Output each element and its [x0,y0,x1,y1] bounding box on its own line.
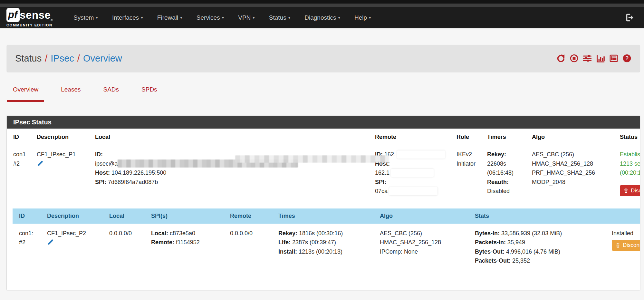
logo-tagline: COMMUNITY EDITION [6,23,53,27]
breadcrumb-link-ipsec[interactable]: IPsec [51,53,74,64]
breadcrumb-separator: / [77,53,80,64]
cell-id: con1 #2 [7,145,34,204]
chevron-down-icon: ▾ [369,15,371,20]
nav-item-help[interactable]: Help▾ [347,11,378,24]
col-header-status: Status [617,129,640,145]
breadcrumb-section: Status [15,53,42,64]
cell-status: Established 1213 seconds (00:20:13) Disc… [617,145,640,204]
nav-item-status[interactable]: Status▾ [262,11,297,24]
sign-out-icon[interactable] [625,13,634,22]
table-row: con1 #2 CF1_IPsec_P1 ID: ipsec@a Host: 1… [7,145,640,204]
status-established: Established [620,150,640,159]
cell-times: Rekey: 1816s (00:30:16) Life: 2387s (00:… [275,224,377,278]
cell-timers: Rekey: 22608s (06:16:48) Reauth: Disable… [484,145,529,204]
disconnect-button[interactable]: Disconnect [620,185,640,196]
chevron-down-icon: ▾ [338,15,340,20]
cell-description: CF1_IPsec_P2 [44,224,106,278]
breadcrumb-separator: / [45,53,47,64]
bar-chart-icon[interactable] [596,54,605,63]
col-header-id: ID [13,208,44,224]
refresh-icon[interactable] [556,54,565,63]
nav-item-vpn[interactable]: VPN▾ [231,11,262,24]
cell-spis: Local: c873e5a0 Remote: f1154952 [148,224,227,278]
help-icon[interactable]: ? [622,54,631,63]
col-header-description: Description [34,129,92,145]
cell-description: CF1_IPsec_P1 [34,145,92,204]
cell-remote: ID: 162. Host: 162.1 SPI: 07ca [372,145,453,204]
col-header-timers: Timers [484,129,529,145]
cell-local: ID: ipsec@a Host: 104.189.226.195:500 SP… [92,145,372,204]
breadcrumb-bar: Status / IPsec / Overview [7,45,640,72]
stop-icon[interactable] [570,54,579,63]
sliders-icon[interactable] [583,54,592,63]
col-header-description: Description [44,208,106,224]
cell-local: 0.0.0.0/0 [106,224,148,278]
breadcrumb-link-overview[interactable]: Overview [83,53,122,64]
logo-registered-mark: ® [51,19,53,22]
chevron-down-icon: ▾ [96,15,98,20]
cell-id: con1: #2 [13,224,44,278]
redacted-text [391,169,434,177]
ipsec-subnav-tabs: Overview Leases SADs SPDs [7,86,644,102]
chevron-down-icon: ▾ [180,15,182,20]
nav-item-diagnostics[interactable]: Diagnostics▾ [297,11,347,24]
active-tab-underline [7,100,44,102]
edit-icon[interactable] [47,239,54,248]
svg-text:?: ? [625,55,629,62]
col-header-role: Role [453,129,484,145]
tab-sads[interactable]: SADs [97,86,125,102]
nav-menu: System▾ Interfaces▾ Firewall▾ Services▾ … [66,11,378,24]
col-header-local: Local [106,208,148,224]
trash-icon [615,243,620,248]
col-header-times: Times [275,208,377,224]
nav-item-services[interactable]: Services▾ [189,11,231,24]
logo-pf-box: pf [6,8,20,22]
tab-leases[interactable]: Leases [55,86,86,102]
list-icon[interactable] [609,54,618,63]
top-navbar: pf sense ® COMMUNITY EDITION System▾ Int… [0,7,644,28]
ike-table-header-row: ID Description Local Remote Role Timers … [7,129,640,145]
table-row: con1: #2 CF1_IPsec_P2 0.0.0.0/0 Local: c… [13,224,640,278]
page-action-icons: ? [556,54,631,63]
window-top-strip [0,0,644,4]
col-header-algo: Algo [377,208,472,224]
cell-algo: AES_CBC (256) HMAC_SHA2_256_128 PRF_HMAC… [529,145,617,204]
redacted-text [389,187,437,195]
chevron-down-icon: ▾ [222,15,224,20]
chevron-down-icon: ▾ [288,15,291,20]
ike-sa-table: ID Description Local Remote Role Timers … [7,129,640,204]
tab-spds[interactable]: SPDs [136,86,163,102]
edit-icon[interactable] [37,160,43,170]
ipsec-status-panel: IPsec Status ID Description Local Remote… [7,116,640,290]
col-header-remote: Remote [227,208,275,224]
nav-item-interfaces[interactable]: Interfaces▾ [105,11,150,24]
panel-title: IPsec Status [7,116,640,129]
col-header-status-blank [609,208,640,224]
breadcrumb: Status / IPsec / Overview [15,53,122,64]
window-top-divider [0,4,644,7]
nav-item-system[interactable]: System▾ [66,11,105,24]
redacted-text [235,155,389,163]
col-header-remote: Remote [372,129,453,145]
status-installed: Installed [612,229,640,238]
col-header-algo: Algo [529,129,617,145]
cell-stats: Bytes-In: 33,586,939 (32.03 MiB) Packets… [472,224,609,278]
col-header-stats: Stats [472,208,609,224]
logo-sense-text: sense [20,10,51,20]
trash-icon [623,188,629,193]
pfsense-logo[interactable]: pf sense ® COMMUNITY EDITION [6,8,53,27]
nav-item-firewall[interactable]: Firewall▾ [150,11,189,24]
child-sa-section: ID Description Local SPI(s) Remote Times… [13,208,640,278]
col-header-local: Local [92,129,372,145]
col-header-id: ID [7,129,34,145]
tab-overview[interactable]: Overview [7,86,44,102]
child-sa-header-row: ID Description Local SPI(s) Remote Times… [13,208,640,224]
disconnect-button[interactable]: Disconnect [612,240,640,251]
col-header-spis: SPI(s) [148,208,227,224]
cell-algo: AES_CBC (256) HMAC_SHA2_256_128 IPComp: … [377,224,472,278]
chevron-down-icon: ▾ [141,15,143,20]
cell-role: IKEv2 Initiator [453,145,484,204]
cell-remote: 0.0.0.0/0 [227,224,275,278]
chevron-down-icon: ▾ [253,15,255,20]
redacted-text [397,150,445,159]
